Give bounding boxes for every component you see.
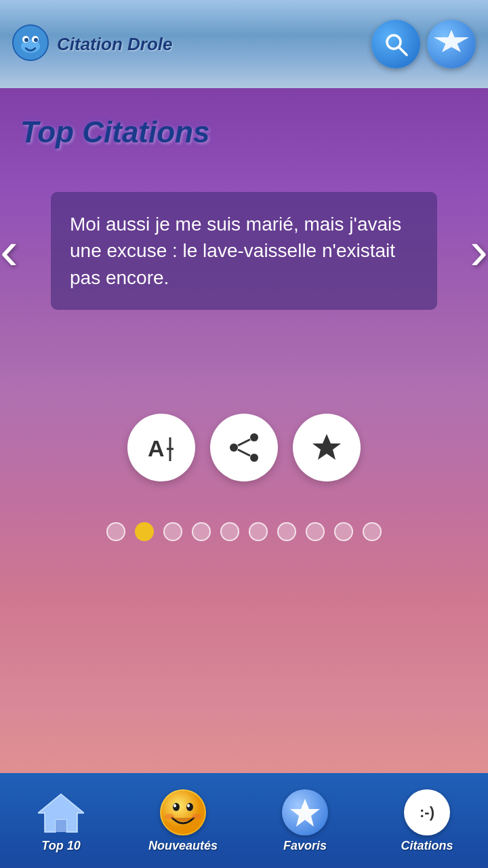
svg-point-23: [174, 804, 176, 807]
dot-4[interactable]: [220, 522, 239, 541]
dot-1[interactable]: [135, 522, 154, 541]
quote-carousel: ‹ Moi aussi je me suis marié, mais j'ava…: [0, 170, 488, 332]
dot-8[interactable]: [334, 522, 353, 541]
svg-point-13: [230, 443, 238, 452]
prev-arrow[interactable]: ‹: [0, 224, 18, 278]
quote-text: Moi aussi je me suis marié, mais j'avais…: [70, 214, 401, 288]
dot-2[interactable]: [163, 522, 182, 541]
svg-point-4: [24, 38, 28, 42]
section-title: Top Citations: [20, 115, 209, 149]
dot-5[interactable]: [249, 522, 268, 541]
svg-marker-17: [312, 434, 341, 460]
dot-6[interactable]: [277, 522, 296, 541]
nav-label-nouveautes: Nouveautés: [148, 839, 218, 853]
header: Citation Drole: [0, 0, 488, 88]
main-content: Top Citations ‹ Moi aussi je me suis mar…: [0, 88, 488, 773]
action-buttons: A: [127, 414, 361, 481]
header-left: Citation Drole: [12, 24, 172, 64]
svg-line-7: [399, 47, 407, 55]
svg-point-5: [34, 38, 38, 42]
stars-button[interactable]: [427, 20, 476, 68]
svg-rect-19: [56, 820, 66, 832]
svg-point-26: [192, 814, 201, 819]
smiley-icon: [159, 789, 207, 836]
bottom-nav: Top 10: [0, 773, 488, 868]
star-nav-icon: [281, 789, 329, 836]
quote-box: Moi aussi je me suis marié, mais j'avais…: [51, 192, 437, 310]
header-right: [371, 20, 476, 68]
svg-point-22: [186, 803, 193, 811]
dot-9[interactable]: [363, 522, 382, 541]
nav-label-favoris: Favoris: [283, 839, 327, 853]
svg-point-12: [250, 433, 258, 441]
next-arrow[interactable]: ›: [470, 224, 488, 278]
search-button[interactable]: [371, 20, 420, 68]
svg-point-25: [165, 814, 174, 819]
share-button[interactable]: [210, 414, 278, 481]
svg-point-24: [187, 804, 190, 807]
nav-item-top10[interactable]: Top 10: [0, 789, 122, 853]
dot-3[interactable]: [192, 522, 211, 541]
svg-point-20: [161, 791, 205, 834]
nav-item-favoris[interactable]: Favoris: [244, 789, 366, 853]
favorite-button[interactable]: [293, 414, 361, 481]
font-size-button[interactable]: A: [127, 414, 195, 481]
app-title: Citation Drole: [57, 34, 172, 55]
citations-icon: :-): [403, 789, 451, 836]
svg-point-21: [173, 803, 180, 811]
nav-label-citations: Citations: [401, 839, 453, 853]
svg-text:A: A: [148, 435, 165, 461]
dot-0[interactable]: [106, 522, 125, 541]
app-logo-icon: [12, 24, 49, 64]
nav-item-nouveautes[interactable]: Nouveautés: [122, 789, 244, 853]
svg-marker-27: [290, 799, 320, 827]
svg-line-16: [238, 450, 250, 456]
pagination-dots: [106, 522, 382, 541]
home-icon: [37, 789, 85, 836]
svg-point-14: [250, 454, 258, 462]
citations-badge-text: :-): [420, 804, 434, 821]
svg-line-15: [238, 439, 250, 446]
dot-7[interactable]: [306, 522, 325, 541]
nav-label-top10: Top 10: [41, 839, 80, 853]
nav-item-citations[interactable]: :-) Citations: [366, 789, 488, 853]
svg-marker-8: [434, 30, 469, 52]
